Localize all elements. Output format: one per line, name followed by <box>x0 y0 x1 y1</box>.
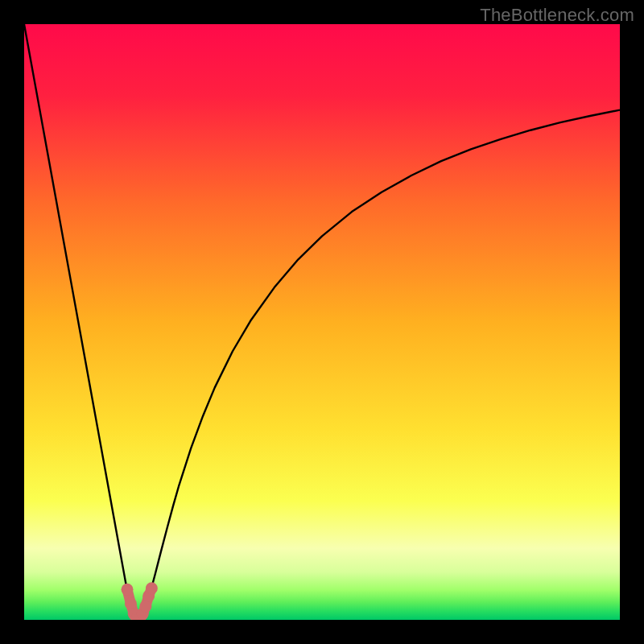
plot-area <box>24 24 620 620</box>
svg-point-8 <box>146 582 158 594</box>
svg-point-0 <box>122 584 134 596</box>
gradient-background <box>24 24 620 620</box>
chart-frame: TheBottleneck.com <box>0 0 644 644</box>
watermark-text: TheBottleneck.com <box>480 5 634 26</box>
bottleneck-chart <box>24 24 620 620</box>
